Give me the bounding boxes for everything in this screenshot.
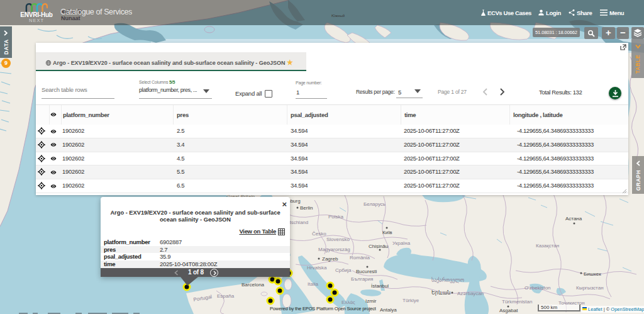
svg-text:Asgabat: Asgabat [499, 308, 518, 313]
svg-text:Slovensko: Slovensko [326, 237, 350, 242]
svg-text:Україна: Україна [392, 240, 411, 246]
svg-text:България: България [351, 276, 373, 282]
svg-text:Magyarország: Magyarország [318, 247, 350, 252]
svg-text:Antalya: Antalya [380, 307, 397, 313]
svg-text:İstanbul: İstanbul [371, 283, 389, 289]
svg-text:España: España [217, 293, 235, 299]
svg-text:Česko: Česko [312, 231, 326, 237]
svg-text:Bucuresti: Bucuresti [356, 269, 377, 274]
svg-text:Barcelona: Barcelona [242, 282, 265, 288]
svg-text:Кыргызстан: Кыргызстан [576, 285, 604, 291]
svg-text:Ελλάς: Ελλάς [341, 300, 355, 305]
svg-text:Azərbaycan: Azərbaycan [457, 291, 484, 296]
svg-text:Türkiye: Türkiye [402, 298, 419, 303]
svg-text:Hrvatska: Hrvatska [307, 265, 327, 271]
svg-text:Беларусь: Беларусь [364, 201, 386, 207]
svg-text:Бишкек: Бишкек [584, 271, 601, 277]
svg-text:საქართველო: საქართველო [431, 277, 464, 283]
svg-text:România: România [350, 255, 370, 261]
svg-text:Izmir: Izmir [365, 298, 377, 304]
svg-text:Србија: Србија [335, 267, 352, 273]
svg-text:Italia: Italia [308, 281, 318, 287]
svg-text:Zagreb: Zagreb [322, 256, 338, 262]
svg-text:Chișinău: Chișinău [369, 244, 388, 249]
svg-text:Polska: Polska [328, 214, 344, 220]
svg-text:Київ: Київ [382, 230, 392, 235]
svg-text:O'zbekiston: O'zbekiston [525, 285, 551, 291]
svg-text:utschland: utschland [287, 220, 308, 225]
svg-text:Երևան: Երևան [431, 290, 450, 296]
svg-text:Казақстан: Казақстан [536, 243, 559, 249]
svg-text:Астана: Астана [565, 216, 582, 221]
svg-text:Berlin: Berlin [300, 205, 313, 211]
svg-text:Türkmenistan: Türkmenistan [502, 299, 532, 305]
